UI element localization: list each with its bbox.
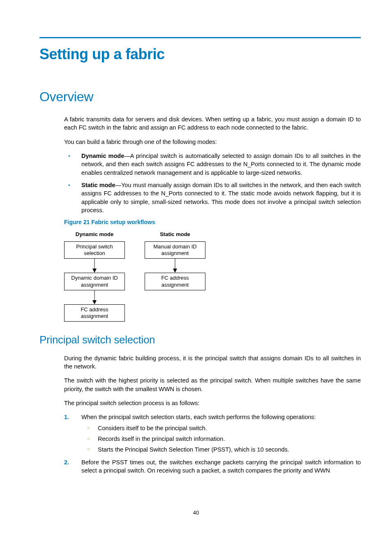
process-list: 1. When the principal switch selection s… bbox=[64, 413, 361, 475]
svg-marker-3 bbox=[92, 300, 97, 304]
svg-marker-1 bbox=[92, 269, 97, 273]
flow-heading: Static mode bbox=[145, 231, 205, 238]
flow-box: FC address assignment bbox=[145, 273, 205, 290]
list-item: 2. Before the PSST times out, the switch… bbox=[64, 458, 361, 475]
paragraph: You can build a fabric through one of th… bbox=[64, 138, 361, 146]
term-dynamic-mode: Dynamic mode bbox=[81, 153, 124, 159]
paragraph: The principal switch selection process i… bbox=[64, 399, 361, 407]
arrow-down-icon bbox=[64, 290, 125, 304]
overview-body: A fabric transmits data for servers and … bbox=[64, 115, 361, 322]
sub-list-item: Starts the Principal Switch Selection Ti… bbox=[81, 445, 361, 454]
arrow-down-icon bbox=[145, 259, 205, 273]
document-page: Setting up a fabric Overview A fabric tr… bbox=[0, 0, 392, 533]
list-number: 1. bbox=[64, 413, 69, 421]
principal-switch-body: During the dynamic fabric building proce… bbox=[64, 354, 361, 475]
flow-box: Principal switch selection bbox=[64, 241, 125, 259]
section-overview-heading: Overview bbox=[39, 88, 361, 106]
flow-box: Manual domain ID assignment bbox=[145, 241, 205, 259]
page-number: 40 bbox=[0, 509, 392, 517]
mode-list: Dynamic mode—A principal switch is autom… bbox=[64, 152, 361, 214]
sub-list-item: Records itself in the principal switch i… bbox=[81, 435, 361, 443]
section-principal-switch-heading: Principal switch selection bbox=[39, 332, 361, 347]
term-static-mode: Static mode bbox=[81, 182, 115, 188]
list-item: 1. When the principal switch selection s… bbox=[64, 413, 361, 454]
flow-box: FC address assignment bbox=[64, 304, 125, 322]
flow-column-static: Static mode Manual domain ID assignment … bbox=[145, 231, 205, 322]
arrow-down-icon bbox=[64, 259, 125, 273]
list-number: 2. bbox=[64, 458, 69, 466]
paragraph: The switch with the highest priority is … bbox=[64, 376, 361, 393]
flow-box: Dynamic domain ID assignment bbox=[64, 273, 125, 290]
list-item-text: —You must manually assign domain IDs to … bbox=[81, 182, 361, 213]
sub-list-item: Considers itself to be the principal swi… bbox=[81, 424, 361, 432]
figure-flowchart: Dynamic mode Principal switch selection … bbox=[64, 231, 361, 322]
flow-heading: Dynamic mode bbox=[64, 231, 125, 238]
list-item-text: When the principal switch selection star… bbox=[81, 414, 316, 420]
paragraph: A fabric transmits data for servers and … bbox=[64, 115, 361, 132]
list-item: Dynamic mode—A principal switch is autom… bbox=[64, 152, 361, 177]
paragraph: During the dynamic fabric building proce… bbox=[64, 354, 361, 371]
flow-column-dynamic: Dynamic mode Principal switch selection … bbox=[64, 231, 125, 322]
list-item-text: Before the PSST times out, the switches … bbox=[81, 459, 361, 474]
svg-marker-5 bbox=[173, 269, 177, 273]
figure-caption: Figure 21 Fabric setup workflows bbox=[64, 218, 361, 227]
sub-list: Considers itself to be the principal swi… bbox=[81, 424, 361, 454]
top-rule bbox=[39, 37, 361, 38]
list-item: Static mode—You must manually assign dom… bbox=[64, 181, 361, 214]
chapter-title: Setting up a fabric bbox=[39, 44, 361, 65]
